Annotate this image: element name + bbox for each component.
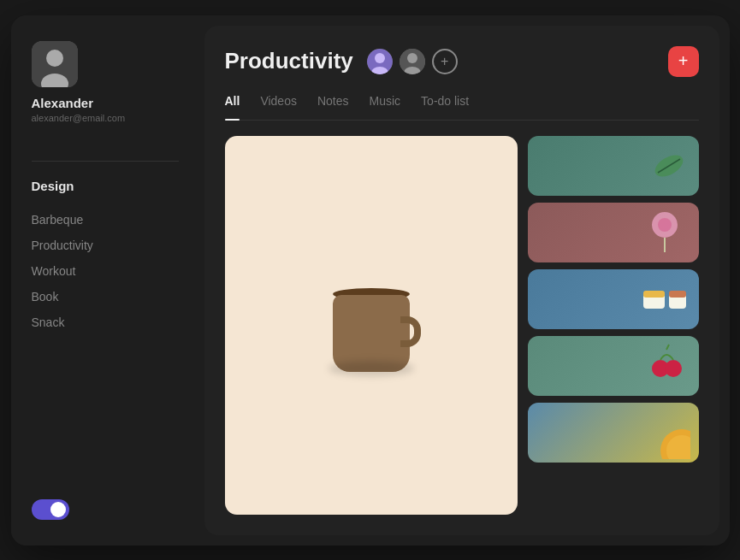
thumbnail-1[interactable] xyxy=(528,136,699,196)
orange-icon xyxy=(639,416,690,463)
dark-mode-toggle[interactable] xyxy=(32,499,69,520)
collaborator-avatar-2 xyxy=(400,49,425,74)
cherry-icon xyxy=(643,343,686,389)
user-email: alexander@email.com xyxy=(32,113,126,123)
add-collaborator-button[interactable]: + xyxy=(432,49,458,74)
sidebar-item-snack[interactable]: Snack xyxy=(32,309,179,335)
main-image xyxy=(225,136,518,515)
lollipop-icon xyxy=(648,209,682,256)
svg-point-7 xyxy=(407,53,417,63)
tab-videos[interactable]: Videos xyxy=(260,94,297,111)
tabs: All Videos Notes Music To-do list xyxy=(225,94,699,121)
nav-section: Design Barbeque Productivity Workout Boo… xyxy=(32,179,179,486)
tab-todolist[interactable]: To-do list xyxy=(421,94,469,111)
nav-section-title: Design xyxy=(32,179,179,193)
svg-rect-17 xyxy=(669,291,686,298)
sidebar-item-barbeque[interactable]: Barbeque xyxy=(32,207,179,233)
add-content-button[interactable]: + xyxy=(668,46,699,77)
svg-point-4 xyxy=(375,53,385,63)
sidebar-divider xyxy=(32,161,179,162)
collaborator-avatar-1 xyxy=(367,49,393,74)
content-grid xyxy=(225,136,699,515)
app-window: Alexander alexander@email.com Design Bar… xyxy=(11,15,730,545)
thumbnail-3[interactable] xyxy=(528,269,699,329)
cup-shadow xyxy=(329,361,414,376)
sidebar: Alexander alexander@email.com Design Bar… xyxy=(11,15,199,545)
sushi-icon xyxy=(639,280,690,318)
avatar xyxy=(32,41,78,87)
sidebar-item-productivity[interactable]: Productivity xyxy=(32,233,179,258)
thumbnails xyxy=(528,136,699,515)
user-section: Alexander alexander@email.com xyxy=(32,41,179,123)
plus-icon: + xyxy=(678,51,689,71)
thumbnail-5[interactable] xyxy=(528,403,699,463)
tab-notes[interactable]: Notes xyxy=(317,94,349,111)
leaf-icon xyxy=(648,149,690,183)
sidebar-item-workout[interactable]: Workout xyxy=(32,258,179,284)
coffee-cup-illustration xyxy=(320,269,423,380)
main-content: Productivity + xyxy=(204,26,719,535)
cup-handle xyxy=(400,316,421,347)
svg-point-12 xyxy=(658,218,672,232)
header-avatars: + xyxy=(367,49,458,74)
page-title: Productivity xyxy=(225,48,353,74)
user-name: Alexander xyxy=(32,96,94,110)
svg-line-20 xyxy=(666,345,669,350)
svg-point-19 xyxy=(665,360,682,377)
header: Productivity + xyxy=(225,46,699,77)
svg-rect-15 xyxy=(643,291,665,298)
thumbnail-2[interactable] xyxy=(528,203,699,262)
thumbnail-4[interactable] xyxy=(528,336,699,396)
sidebar-item-book[interactable]: Book xyxy=(32,284,179,309)
toggle-section xyxy=(32,486,179,520)
svg-point-1 xyxy=(46,50,63,67)
tab-music[interactable]: Music xyxy=(370,94,401,111)
tab-all[interactable]: All xyxy=(225,94,240,111)
